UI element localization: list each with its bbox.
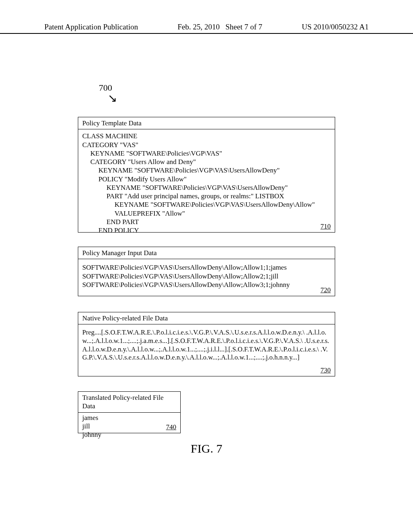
- b710-l7: KEYNAME "SOFTWARE\Policies\VGP\VAS\Users…: [82, 183, 331, 192]
- b710-l6: POLICY "Modify Users Allow": [82, 175, 331, 183]
- reference-700: 700 ↘: [99, 83, 112, 93]
- box740-body: james jill johnny: [82, 414, 176, 439]
- ref-740: 740: [166, 423, 177, 431]
- figure-label: FIG. 7: [0, 442, 413, 455]
- b710-l11: END PART: [82, 218, 331, 226]
- translated-policy-file-data-box: Translated Policy-related File Data jame…: [78, 391, 181, 433]
- box710-body: CLASS MACHINE CATEGORY "VAS" KEYNAME "SO…: [82, 132, 331, 235]
- box730-title: Native Policy-related File Data: [78, 312, 335, 324]
- box730-body: Preg....[.S.O.F.T.W.A.R.E.\.P.o.l.i.c.i.…: [82, 328, 331, 362]
- b720-l1: SOFTWARE\Policies\VGP\VAS\UsersAllowDeny…: [82, 264, 287, 271]
- policy-manager-input-data-box: Policy Manager Input Data SOFTWARE\Polic…: [78, 247, 335, 296]
- b710-l10: VALUEPREFIX "Allow": [82, 209, 331, 218]
- native-policy-file-data-box: Native Policy-related File Data Preg....…: [78, 312, 335, 376]
- b710-l8: PART "Add user principal names, groups, …: [82, 192, 331, 200]
- arrow-down-right-icon: ↘: [108, 91, 117, 105]
- b720-l2: SOFTWARE\Policies\VGP\VAS\UsersAllowDeny…: [82, 272, 278, 280]
- box740-title: Translated Policy-related File Data: [78, 392, 180, 413]
- ref-730: 730: [321, 366, 331, 374]
- policy-template-data-box: Policy Template Data CLASS MACHINE CATEG…: [78, 117, 335, 233]
- header-right: US 2010/0050232 A1: [302, 23, 369, 31]
- ref-710: 710: [321, 222, 331, 231]
- b710-l2: CATEGORY "VAS": [82, 141, 138, 149]
- ref-720: 720: [321, 286, 331, 294]
- b710-l9: KEYNAME "SOFTWARE\Policies\VGP\VAS\Users…: [82, 200, 331, 209]
- page-header: Patent Application Publication Feb. 25, …: [0, 23, 413, 34]
- b710-l1: CLASS MACHINE: [82, 132, 138, 140]
- b740-l1: james: [82, 414, 98, 422]
- b720-l3: SOFTWARE\Policies\VGP\VAS\UsersAllowDeny…: [82, 281, 290, 289]
- b710-l12: END POLICY: [82, 226, 331, 235]
- header-center: Feb. 25, 2010 Sheet 7 of 7: [177, 23, 262, 31]
- b710-l4: CATEGORY "Users Allow and Deny": [82, 158, 331, 166]
- box710-title: Policy Template Data: [78, 117, 335, 129]
- b740-l3: johnny: [82, 431, 101, 438]
- box720-title: Policy Manager Input Data: [78, 247, 335, 259]
- b740-l2: jill: [82, 422, 90, 430]
- box720-body: SOFTWARE\Policies\VGP\VAS\UsersAllowDeny…: [82, 263, 331, 289]
- b710-l3: KEYNAME "SOFTWARE\Policies\VGP\VAS": [82, 149, 331, 158]
- b710-l5: KEYNAME "SOFTWARE\Policies\VGP\VAS\Users…: [82, 166, 331, 175]
- header-left: Patent Application Publication: [44, 23, 138, 31]
